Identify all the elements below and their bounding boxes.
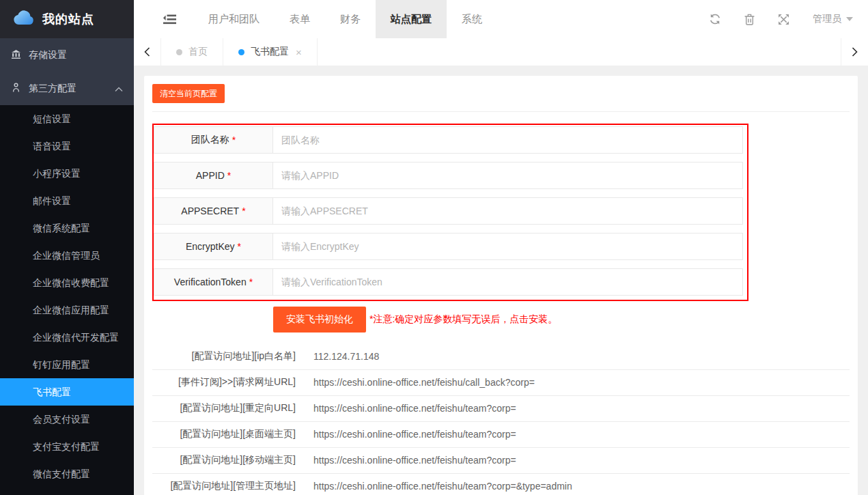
page-tab-label: 飞书配置 bbox=[251, 46, 289, 58]
navbar-tab[interactable]: 站点配置 bbox=[376, 0, 447, 38]
install-note: *注意:确定对应参数填写无误后，点击安装。 bbox=[369, 313, 557, 326]
table-row: [配置访问地址][管理主页地址] https://ceshi.online-of… bbox=[152, 473, 850, 495]
page-tabbar: 首页 × 飞书配置 × bbox=[134, 38, 868, 66]
config-address-table: [配置访问地址][ip白名单] 112.124.71.148 [事件订阅]>>[… bbox=[152, 343, 850, 495]
fullscreen-icon[interactable] bbox=[778, 14, 789, 25]
feishu-config-form: 团队名称 * APPID * APPSECRET bbox=[152, 124, 748, 301]
form-field-label: APPID * bbox=[154, 162, 273, 189]
navbar-tab[interactable]: 系统 bbox=[447, 0, 497, 38]
cloud-logo-icon bbox=[11, 9, 36, 30]
table-row: [配置访问地址][桌面端主页] https://ceshi.online-off… bbox=[152, 421, 850, 447]
form-field-label: VerificationToken * bbox=[154, 268, 273, 296]
sidebar-submenu-item[interactable]: 企业微信管理员 bbox=[0, 242, 134, 269]
config-value-cell: 112.124.71.148 bbox=[305, 343, 850, 369]
sidebar-fold-icon[interactable] bbox=[163, 14, 176, 25]
page-tab-label: 首页 bbox=[188, 46, 208, 58]
sidebar-submenu-item[interactable]: 语音设置 bbox=[0, 132, 134, 160]
page-tabs: 首页 × 飞书配置 × bbox=[161, 38, 318, 66]
navbar-tab[interactable]: 用户和团队 bbox=[193, 0, 275, 38]
install-feishu-button[interactable]: 安装飞书初始化 bbox=[273, 307, 366, 333]
table-row: [配置访问地址][移动端主页] https://ceshi.online-off… bbox=[152, 447, 850, 473]
chevron-up-icon bbox=[115, 83, 123, 94]
tab-dot-icon bbox=[176, 49, 182, 55]
tabs-scroll-right-button[interactable] bbox=[841, 38, 868, 66]
sidebar-submenu-item[interactable]: 短信设置 bbox=[0, 105, 134, 132]
divider bbox=[152, 111, 850, 112]
tab-close-icon[interactable]: × bbox=[296, 47, 302, 57]
form-field-label: APPSECRET * bbox=[154, 197, 273, 225]
config-value-cell: https://ceshi.online-office.net/feishu/t… bbox=[305, 395, 850, 421]
user-icon bbox=[11, 83, 21, 95]
form-field-label: 团队名称 * bbox=[154, 126, 273, 154]
username: 管理员 bbox=[813, 13, 841, 25]
sidebar-item-storage-settings[interactable]: 存储设置 bbox=[0, 38, 134, 72]
sidebar-submenu-item[interactable]: 支付宝支付配置 bbox=[0, 433, 134, 460]
form-field-input[interactable] bbox=[272, 162, 743, 189]
sidebar-submenu-item[interactable]: 企业微信代开发配置 bbox=[0, 324, 134, 351]
sidebar-submenu-item[interactable]: 小程序设置 bbox=[0, 160, 134, 187]
config-value-cell: https://ceshi.online-office.net/feishu/t… bbox=[305, 421, 850, 447]
feishu-config-card: 清空当前页配置 团队名称 * APPID * bbox=[144, 76, 858, 495]
tabs-scroll-left-button[interactable] bbox=[134, 38, 161, 66]
form-field-label: EncryptKey * bbox=[154, 233, 273, 260]
form-row: APPSECRET * bbox=[154, 197, 743, 225]
config-label-cell: [配置访问地址][ip白名单] bbox=[152, 343, 305, 369]
tab-dot-icon bbox=[238, 49, 244, 55]
table-row: [事件订阅]>>[请求网址URL] https://ceshi.online-o… bbox=[152, 369, 850, 395]
main-content: 清空当前页配置 团队名称 * APPID * bbox=[134, 66, 868, 495]
config-value-cell: https://ceshi.online-office.net/feishu/c… bbox=[305, 369, 850, 395]
page-tab[interactable]: 首页 × bbox=[161, 38, 223, 66]
bank-icon bbox=[11, 49, 21, 61]
required-asterisk: * bbox=[242, 206, 245, 216]
config-label-cell: [配置访问地址][桌面端主页] bbox=[152, 421, 305, 447]
top-navbar: 用户和团队 表单 财务 站点配置 系统 管理员 bbox=[134, 0, 868, 38]
sidebar-submenu-item[interactable]: 飞书配置 bbox=[0, 378, 134, 406]
sidebar-submenu-item[interactable]: 微信支付配置 bbox=[0, 460, 134, 487]
sidebar-item-label: 存储设置 bbox=[29, 49, 67, 61]
table-row: [配置访问地址][ip白名单] 112.124.71.148 bbox=[152, 343, 850, 369]
form-row: VerificationToken * bbox=[154, 268, 743, 296]
sidebar-submenu-item[interactable]: 邮件设置 bbox=[0, 187, 134, 214]
sidebar-submenu-item[interactable]: 企业微信应用配置 bbox=[0, 296, 134, 324]
navbar-right: 管理员 bbox=[709, 13, 868, 25]
caret-down-icon bbox=[846, 17, 853, 21]
sidebar-submenu: 短信设置 语音设置 小程序设置 邮件设置 微信系统配置 企业微信管理员 企业微信… bbox=[0, 105, 134, 487]
trash-icon[interactable] bbox=[744, 14, 755, 25]
form-field-input[interactable] bbox=[272, 233, 743, 260]
config-label-cell: [事件订阅]>>[请求网址URL] bbox=[152, 369, 305, 395]
form-row: EncryptKey * bbox=[154, 233, 743, 260]
required-asterisk: * bbox=[238, 241, 241, 252]
form-field-input[interactable] bbox=[272, 197, 743, 225]
sidebar-submenu-item[interactable]: 会员支付设置 bbox=[0, 406, 134, 433]
required-asterisk: * bbox=[227, 170, 231, 181]
form-row: 团队名称 * bbox=[154, 126, 743, 154]
install-row: 安装飞书初始化 *注意:确定对应参数填写无误后，点击安装。 bbox=[273, 307, 850, 333]
config-label-cell: [配置访问地址][移动端主页] bbox=[152, 447, 305, 473]
page-tab[interactable]: 飞书配置 × bbox=[223, 38, 318, 66]
sidebar-item-label: 第三方配置 bbox=[29, 83, 76, 95]
sidebar-submenu-item[interactable]: 企业微信收费配置 bbox=[0, 269, 134, 296]
sidebar-item-third-party-config[interactable]: 第三方配置 bbox=[0, 72, 134, 105]
clear-page-config-button[interactable]: 清空当前页配置 bbox=[152, 84, 225, 103]
user-menu[interactable]: 管理员 bbox=[813, 13, 853, 25]
site-title: 我的站点 bbox=[42, 11, 94, 27]
table-row: [配置访问地址][重定向URL] https://ceshi.online-of… bbox=[152, 395, 850, 421]
navbar-tab[interactable]: 表单 bbox=[275, 0, 325, 38]
config-label-cell: [配置访问地址][重定向URL] bbox=[152, 395, 305, 421]
required-asterisk: * bbox=[232, 135, 236, 145]
form-field-input[interactable] bbox=[272, 126, 743, 154]
required-asterisk: * bbox=[249, 277, 253, 287]
config-label-cell: [配置访问地址][管理主页地址] bbox=[152, 473, 305, 495]
sidebar: 我的站点 存储设置 第三方配置 短信设置 语音设置 小程序设置 邮件设置 微信系… bbox=[0, 0, 134, 495]
site-logo[interactable]: 我的站点 bbox=[0, 0, 134, 38]
navbar-tab[interactable]: 财务 bbox=[325, 0, 376, 38]
refresh-icon[interactable] bbox=[709, 13, 721, 25]
config-value-cell: https://ceshi.online-office.net/feishu/t… bbox=[305, 473, 850, 495]
form-row: APPID * bbox=[154, 162, 743, 189]
sidebar-submenu-item[interactable]: 微信系统配置 bbox=[0, 214, 134, 242]
navbar-tabs: 用户和团队 表单 财务 站点配置 系统 bbox=[193, 0, 497, 38]
form-field-input[interactable] bbox=[272, 268, 743, 296]
sidebar-submenu-item[interactable]: 钉钉应用配置 bbox=[0, 351, 134, 378]
config-value-cell: https://ceshi.online-office.net/feishu/t… bbox=[305, 447, 850, 473]
